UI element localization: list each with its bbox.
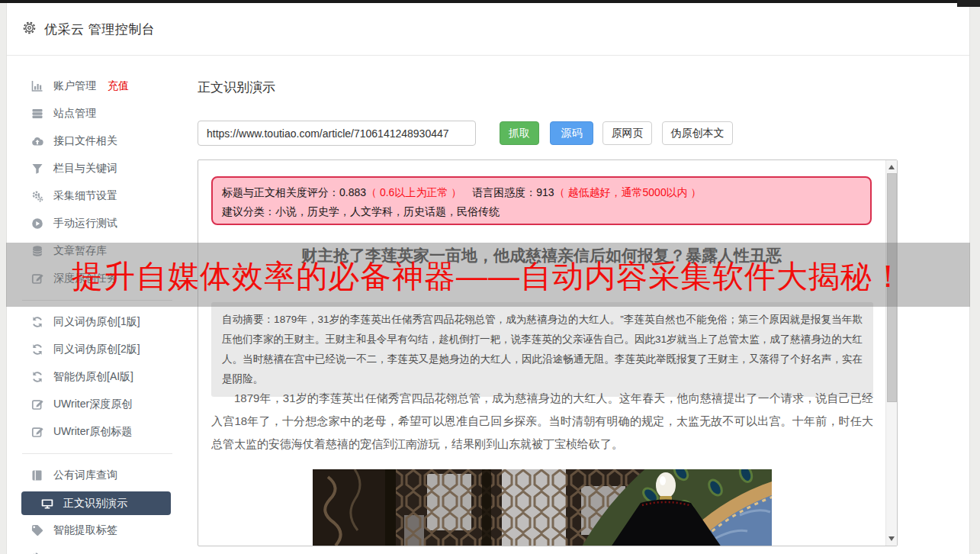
top-bar-corner	[957, 0, 980, 7]
cloud-upload-icon	[31, 135, 43, 147]
perplexity-score: 语言困惑度：913	[472, 186, 554, 198]
article-image	[313, 469, 772, 546]
article-title: 财主抢了李莲英家一亩地，他成慈禧亲信后如何报复？暴露人性丑恶	[211, 245, 872, 266]
scrollbar-thumb[interactable]	[887, 173, 897, 402]
suggested-category: 建议分类：小说，历史学，人文学科，历史话题，民俗传统	[222, 202, 861, 221]
sidebar-item-label: 同义词伪原创[2版]	[53, 343, 140, 356]
source-button[interactable]: 源码	[550, 121, 593, 145]
sidebar-item-label: 站点管理	[53, 107, 96, 121]
sidebar-divider	[22, 453, 172, 454]
pseudo-original-button[interactable]: 伪原创本文	[662, 121, 733, 145]
sidebar-item-label: 公有词库查询	[53, 469, 117, 482]
sidebar-item-label: 接口文件相关	[53, 134, 117, 148]
relevance-note: （ 0.6以上为正常 ）	[366, 186, 461, 198]
sidebar-item-label: 文章暂存库	[53, 244, 107, 258]
analysis-alert: 标题与正文相关度评分：0.883（ 0.6以上为正常 ）语言困惑度：913（ 越…	[211, 176, 872, 225]
analysis-line-1: 标题与正文相关度评分：0.883（ 0.6以上为正常 ）语言困惑度：913（ 越…	[222, 183, 861, 202]
sidebar-item-uwriter-original-title[interactable]: UWriter原创标题	[7, 418, 184, 446]
edit-icon	[31, 272, 43, 285]
refresh-icon	[31, 316, 43, 328]
refresh-icon	[31, 343, 43, 356]
tag-icon	[31, 524, 43, 536]
sidebar-item-smart-tag-extract[interactable]: 智能提取标签	[7, 517, 184, 544]
perplexity-note: （ 越低越好，通常5000以内 ）	[554, 186, 702, 198]
sidebar-nav: 账户管理充值站点管理接口文件相关栏目与关键词采集细节设置手动运行测试文章暂存库深…	[7, 72, 184, 554]
app-header: 优采云 管理控制台	[7, 3, 969, 56]
sidebar-item-public-thesaurus-query[interactable]: 公有词库查询	[7, 462, 184, 489]
recharge-badge[interactable]: 充值	[108, 79, 129, 93]
sidebar-item-label: 账户管理	[53, 79, 96, 93]
sidebar-item-label: UWriter深度原创	[53, 398, 132, 411]
article-paragraph: 1879年，31岁的李莲英出任储秀宫四品花翎总管，成为慈禧身边的大红人。这年春天…	[211, 387, 873, 456]
auto-summary: 自动摘要：1879年，31岁的李莲英出任储秀宫四品花翎总管，成为慈禧身边的大红人…	[211, 302, 873, 397]
sidebar-item-label: 正文识别演示	[63, 497, 127, 511]
app-title: 优采云 管理控制台	[44, 21, 155, 38]
sidebar-item-account-management[interactable]: 账户管理充值	[7, 72, 184, 100]
sidebar-item-label: 深度原创任务	[53, 272, 117, 285]
sidebar-item-label: 栏目与关键词	[53, 162, 117, 176]
sidebar-item-site-management[interactable]: 站点管理	[7, 100, 184, 127]
sidebar-item-content-recognition-demo[interactable]: 正文识别演示	[21, 491, 171, 515]
sidebar-item-label: 手动运行测试	[53, 217, 117, 230]
edit-icon	[31, 398, 43, 411]
sidebar-item-deep-original-task[interactable]: 深度原创任务	[7, 265, 184, 292]
gear-icon	[22, 21, 37, 38]
sidebar-item-synonym-rewrite-1[interactable]: 同义词伪原创[1版]	[7, 308, 184, 336]
monitor-icon	[41, 498, 53, 510]
bar-chart-icon	[31, 80, 43, 92]
sidebar-item-partial-item[interactable]	[7, 544, 184, 554]
sidebar-item-collection-settings[interactable]: 采集细节设置	[7, 182, 184, 210]
funnel-icon	[31, 163, 43, 175]
sidebar-item-label: 智能提取标签	[53, 523, 117, 537]
result-panel: 标题与正文相关度评分：0.883（ 0.6以上为正常 ）语言困惑度：913（ 越…	[198, 159, 898, 546]
database-icon	[31, 245, 43, 257]
sidebar-item-label: 采集细节设置	[53, 189, 117, 203]
scrollbar-up-arrow-icon[interactable]	[888, 165, 895, 169]
sidebar-item-synonym-rewrite-2[interactable]: 同义词伪原创[2版]	[7, 336, 184, 363]
sidebar-item-uwriter-deep-original[interactable]: UWriter深度原创	[7, 391, 184, 418]
sidebar-item-columns-keywords[interactable]: 栏目与关键词	[7, 155, 184, 182]
sidebar-item-article-staging[interactable]: 文章暂存库	[7, 237, 184, 265]
gears-icon	[31, 190, 43, 202]
play-icon	[31, 217, 43, 230]
top-black-bar	[0, 0, 980, 3]
url-input[interactable]	[198, 121, 476, 146]
app-root: 优采云 管理控制台 账户管理充值站点管理接口文件相关栏目与关键词采集细节设置手动…	[0, 0, 980, 554]
scrollbar-down-arrow-icon[interactable]	[888, 536, 895, 541]
server-icon	[31, 108, 43, 120]
relevance-score: 标题与正文相关度评分：0.883	[222, 186, 366, 198]
page-title: 正文识别演示	[198, 79, 275, 96]
main-card: 优采云 管理控制台 账户管理充值站点管理接口文件相关栏目与关键词采集细节设置手动…	[6, 3, 970, 554]
refresh-icon	[31, 371, 43, 383]
sidebar-divider	[22, 300, 172, 301]
original-page-button[interactable]: 原网页	[602, 121, 652, 145]
panel-scrollbar[interactable]	[885, 160, 897, 546]
sidebar-item-ai-rewrite[interactable]: 智能伪原创[AI版]	[7, 363, 184, 391]
sidebar-item-interface-files[interactable]: 接口文件相关	[7, 127, 184, 155]
sidebar-item-manual-run-test[interactable]: 手动运行测试	[7, 210, 184, 237]
book-icon	[31, 469, 43, 482]
grab-button[interactable]: 抓取	[500, 121, 539, 145]
sidebar-item-label: 智能伪原创[AI版]	[53, 370, 133, 384]
sidebar-item-label: 同义词伪原创[1版]	[53, 315, 140, 329]
sidebar-item-label: UWriter原创标题	[53, 425, 132, 439]
edit-icon	[31, 426, 43, 438]
